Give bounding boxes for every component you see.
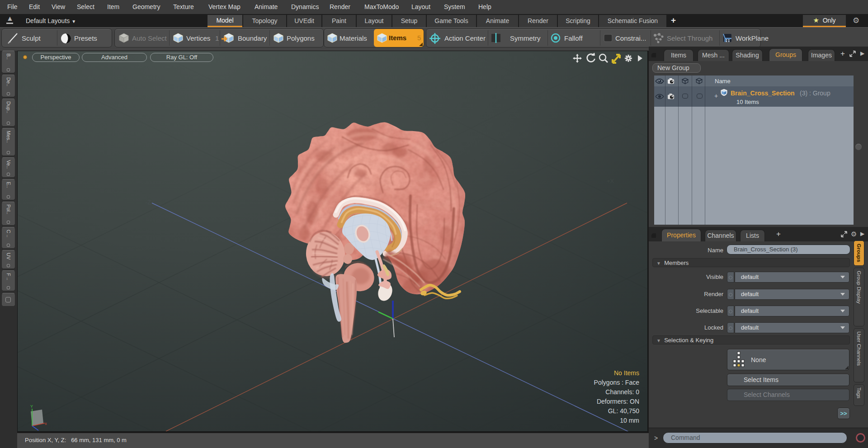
svg-text:+X: +X xyxy=(607,178,614,184)
svg-text:x: x xyxy=(45,421,47,426)
svg-text:-Z: -Z xyxy=(146,199,151,206)
svg-text:Y: Y xyxy=(30,404,33,409)
